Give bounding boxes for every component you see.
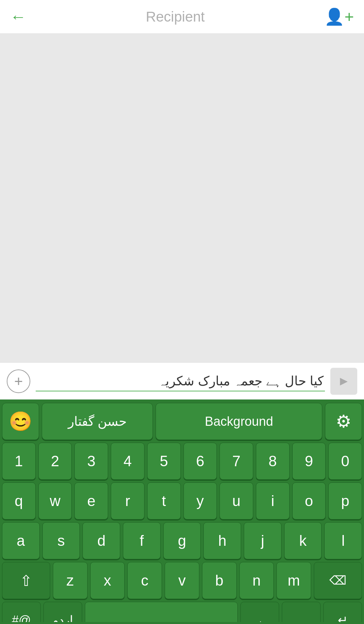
key-1[interactable]: 1 (2, 443, 36, 480)
key-0[interactable]: 0 (328, 443, 362, 480)
emoji-icon: 😊 (9, 410, 32, 433)
key-3[interactable]: 3 (74, 443, 108, 480)
key-j[interactable]: j (244, 522, 282, 559)
symbol-label: #@ (12, 613, 31, 622)
urdu-label: اردو (53, 613, 73, 622)
recipient-field[interactable]: Recipient (26, 9, 324, 25)
key-s[interactable]: s (42, 522, 80, 559)
key-l[interactable]: l (324, 522, 362, 559)
key-x[interactable]: x (90, 562, 125, 599)
key-2[interactable]: 2 (38, 443, 72, 480)
key-7[interactable]: 7 (220, 443, 253, 480)
key-k[interactable]: k (284, 522, 322, 559)
key-g[interactable]: g (163, 522, 201, 559)
keyboard: 😊 حسن گفتار Background ⚙ 1 2 3 4 5 6 7 8… (0, 399, 364, 624)
shift-button[interactable]: ⇧ (2, 562, 50, 599)
urdu-button[interactable]: اردو (43, 602, 82, 622)
key-4[interactable]: 4 (111, 443, 144, 480)
key-5[interactable]: 5 (147, 443, 181, 480)
keyboard-top-row: 😊 حسن گفتار Background ⚙ (2, 403, 362, 440)
message-input[interactable] (36, 371, 325, 391)
key-o[interactable]: o (292, 482, 326, 519)
suggestion-1-button[interactable]: حسن گفتار (42, 403, 153, 440)
backspace-button[interactable]: ⌫ (314, 562, 362, 599)
add-contact-button[interactable]: 👤+ (324, 7, 354, 26)
key-q[interactable]: q (2, 482, 36, 519)
key-9[interactable]: 9 (292, 443, 326, 480)
settings-icon: ⚙ (336, 411, 352, 432)
key-a[interactable]: a (2, 522, 40, 559)
key-n[interactable]: n (239, 562, 274, 599)
key-r[interactable]: r (111, 482, 144, 519)
key-w[interactable]: w (38, 482, 72, 519)
key-c[interactable]: c (127, 562, 162, 599)
period-label: . (299, 613, 303, 622)
add-user-icon: 👤+ (324, 7, 354, 26)
key-f[interactable]: f (123, 522, 161, 559)
key-6[interactable]: 6 (184, 443, 217, 480)
key-b[interactable]: b (202, 562, 237, 599)
chat-area (0, 34, 364, 362)
suggestion-1-label: حسن گفتار (68, 414, 127, 429)
space-button[interactable] (85, 602, 238, 622)
key-i[interactable]: i (256, 482, 290, 519)
asdf-row: a s d f g h j k l (2, 522, 362, 559)
key-e[interactable]: e (74, 482, 108, 519)
key-d[interactable]: d (82, 522, 120, 559)
send-icon: ► (337, 374, 350, 388)
key-t[interactable]: t (147, 482, 181, 519)
back-button[interactable]: ← (10, 7, 26, 26)
enter-icon: ↵ (338, 613, 348, 622)
emoji-button[interactable]: 😊 (2, 403, 39, 440)
period-button[interactable]: . (282, 602, 321, 622)
shift-icon: ⇧ (20, 572, 32, 589)
input-bar: + ► (0, 362, 364, 399)
key-y[interactable]: y (184, 482, 217, 519)
key-p[interactable]: p (328, 482, 362, 519)
key-z[interactable]: z (53, 562, 88, 599)
key-8[interactable]: 8 (256, 443, 290, 480)
comma-button[interactable]: ، (240, 602, 279, 622)
header: ← Recipient 👤+ (0, 0, 364, 34)
plus-icon: + (14, 373, 23, 390)
back-icon: ← (10, 7, 26, 26)
key-h[interactable]: h (203, 522, 241, 559)
key-v[interactable]: v (165, 562, 199, 599)
comma-label: ، (258, 613, 262, 622)
qwerty-row: q w e r t y u i o p (2, 482, 362, 519)
settings-button[interactable]: ⚙ (325, 403, 362, 440)
backspace-icon: ⌫ (329, 573, 346, 588)
key-u[interactable]: u (220, 482, 253, 519)
symbol-button[interactable]: #@ (2, 602, 41, 622)
key-m[interactable]: m (276, 562, 311, 599)
attachment-button[interactable]: + (7, 369, 30, 393)
enter-button[interactable]: ↵ (323, 602, 362, 622)
bottom-row: #@ اردو ، . ↵ (2, 602, 362, 622)
number-row: 1 2 3 4 5 6 7 8 9 0 (2, 443, 362, 480)
send-button[interactable]: ► (330, 368, 357, 395)
background-button[interactable]: Background (156, 403, 322, 440)
background-label: Background (205, 414, 273, 429)
zxcv-row: ⇧ z x c v b n m ⌫ (2, 562, 362, 599)
